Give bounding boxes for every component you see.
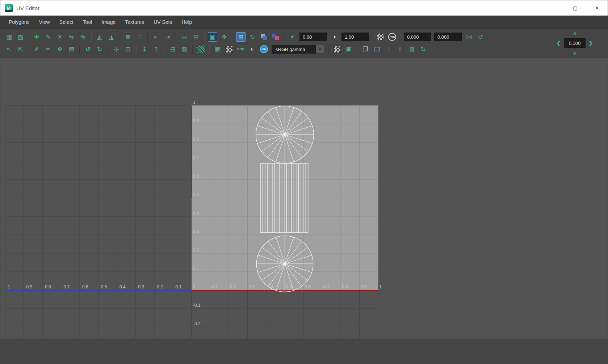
svg-text:-0.2: -0.2 bbox=[155, 284, 163, 289]
toolbar-separator bbox=[232, 32, 233, 42]
toolbar-separator bbox=[79, 45, 80, 54]
minimize-button[interactable]: ─ bbox=[542, 0, 564, 16]
svg-text:-0.9: -0.9 bbox=[25, 284, 33, 289]
checker-display-icon[interactable] bbox=[225, 45, 234, 54]
gamma-icon[interactable]: ◑ bbox=[330, 32, 339, 42]
maximize-button[interactable]: ▢ bbox=[564, 0, 586, 16]
uv-texture-checker-icon[interactable] bbox=[376, 32, 385, 42]
nudge-prev-button[interactable]: ❮ bbox=[557, 41, 561, 46]
rotate-ccw-icon[interactable]: ↺ bbox=[83, 45, 93, 54]
svg-text:-1: -1 bbox=[6, 284, 10, 289]
svg-text:-0.8: -0.8 bbox=[43, 284, 51, 289]
tiles-display-icon[interactable]: ▦ bbox=[213, 45, 222, 54]
toolbar-separator bbox=[209, 45, 210, 54]
pin-uvs-icon[interactable]: ❄ bbox=[55, 45, 64, 54]
rotate-cw-icon[interactable]: ↻ bbox=[95, 45, 104, 54]
menu-tool[interactable]: Tool bbox=[78, 16, 97, 29]
snap-move-icon[interactable]: ⊠ bbox=[407, 45, 416, 54]
snap-to-grid-icon[interactable]: ∷ bbox=[135, 32, 144, 42]
gamma-input[interactable] bbox=[341, 33, 369, 41]
uv-position-icon[interactable]: (0.0) bbox=[464, 32, 474, 42]
menu-select[interactable]: Select bbox=[55, 16, 78, 29]
flip-u-icon[interactable]: ◭ bbox=[95, 32, 104, 42]
svg-text:0.6: 0.6 bbox=[305, 284, 311, 289]
cycle-rotate-icon[interactable]: ↻ bbox=[419, 45, 428, 54]
snap-together-v-icon[interactable]: ⊠ bbox=[180, 45, 189, 54]
smudge-uv-tool-icon[interactable]: ✏ bbox=[43, 45, 53, 54]
menu-polygons[interactable]: Polygons bbox=[4, 16, 34, 29]
image-display-icon[interactable]: ▣ bbox=[208, 32, 217, 42]
paint-select-tool-icon[interactable]: ✐ bbox=[32, 45, 41, 54]
unstack-shells-icon[interactable]: ⊡ bbox=[123, 45, 133, 54]
align-min-v-icon[interactable]: ↧ bbox=[140, 45, 149, 54]
merge-uv-icon[interactable]: ⇆ bbox=[67, 32, 76, 42]
cut-uv-tool-icon[interactable]: ✎ bbox=[43, 32, 53, 42]
distribute-v-icon[interactable]: ⊞ bbox=[191, 32, 201, 42]
v-coordinate-input[interactable] bbox=[434, 33, 462, 41]
color-management-toggle[interactable]: ON bbox=[259, 45, 269, 54]
baked-texture-icon[interactable]: ▣ bbox=[344, 45, 353, 54]
frame-all-icon[interactable]: ✥ bbox=[219, 32, 229, 42]
copy-uvs-icon[interactable]: ❐ bbox=[361, 45, 370, 54]
svg-text:0.9: 0.9 bbox=[361, 284, 367, 289]
u-coordinate-input[interactable] bbox=[404, 33, 431, 41]
shade-uvs-icon[interactable] bbox=[259, 32, 269, 42]
psd-icon[interactable]: PSD bbox=[387, 32, 397, 42]
view-transform-select-value[interactable]: sRGB gamma bbox=[272, 45, 316, 54]
maya-logo-letter: M bbox=[7, 5, 11, 11]
align-max-u-icon[interactable]: ⇥ bbox=[163, 32, 172, 42]
stack-shells-icon[interactable]: ⊹ bbox=[112, 45, 121, 54]
menu-help[interactable]: Help bbox=[177, 16, 197, 29]
checker-tile-icon[interactable] bbox=[332, 45, 342, 54]
exposure-icon[interactable]: ✴ bbox=[288, 32, 297, 42]
svg-text:0.3: 0.3 bbox=[249, 284, 255, 289]
window-title: UV Editor bbox=[16, 5, 39, 11]
delete-uv-icon[interactable]: ✕ bbox=[55, 32, 64, 42]
align-max-v-icon[interactable]: ↥ bbox=[151, 45, 161, 54]
close-button[interactable]: ✕ bbox=[586, 0, 608, 16]
chevron-down-icon[interactable]: ▼ bbox=[316, 45, 324, 54]
psd-icon: PSD bbox=[388, 33, 396, 41]
rgb-channels-icon: RGB bbox=[237, 47, 244, 51]
svg-text:0.1: 0.1 bbox=[193, 266, 199, 271]
svg-text:-0.3: -0.3 bbox=[137, 284, 144, 289]
paste-v-icon[interactable]: ‖ bbox=[395, 45, 405, 54]
uv-canvas[interactable]: -1-0.9-0.8-0.7-0.6-0.5-0.4-0.3-0.2-0.100… bbox=[0, 58, 608, 339]
snap-together-u-icon[interactable]: ⊟ bbox=[168, 45, 177, 54]
uv-grid-view[interactable]: -1-0.9-0.8-0.7-0.6-0.5-0.4-0.3-0.2-0.100… bbox=[0, 58, 608, 341]
align-min-u-icon[interactable]: ⇤ bbox=[151, 32, 161, 42]
unfold-uvs-icon[interactable]: ▤ bbox=[67, 45, 76, 54]
svg-text:0.2: 0.2 bbox=[230, 284, 236, 289]
menu-view[interactable]: View bbox=[34, 16, 55, 29]
menu-uv-sets[interactable]: UV Sets bbox=[149, 16, 177, 29]
menu-image[interactable]: Image bbox=[97, 16, 120, 29]
reset-transform-icon[interactable]: ↺ bbox=[476, 32, 485, 42]
svg-text:0.1: 0.1 bbox=[211, 284, 218, 289]
distribute-u-icon[interactable]: ∺ bbox=[180, 32, 189, 42]
layout-uvs-icon[interactable]: ≣ bbox=[123, 32, 133, 42]
stitch-uv-icon[interactable]: ↹ bbox=[78, 32, 88, 42]
grid-display-icon[interactable]: ⊞ bbox=[236, 32, 246, 42]
view-transform-select[interactable]: sRGB gamma▼ bbox=[272, 45, 324, 54]
select-shell-tool-icon[interactable]: ⇱ bbox=[16, 45, 25, 54]
alpha-channel-icon[interactable]: ◐ bbox=[248, 45, 257, 54]
nudge-down-button[interactable]: ∨ bbox=[573, 51, 576, 55]
dim-image-icon[interactable] bbox=[196, 45, 206, 54]
distortion-display-icon bbox=[272, 33, 279, 41]
move-uv-shell-tool-icon[interactable]: ▧ bbox=[16, 32, 25, 42]
menu-textures[interactable]: Textures bbox=[120, 16, 149, 29]
paste-uvs-icon[interactable]: ❒ bbox=[372, 45, 382, 54]
move-tool-icon[interactable]: ✚ bbox=[32, 32, 41, 42]
exposure-input[interactable] bbox=[299, 33, 327, 41]
paste-u-icon[interactable]: ‖ bbox=[384, 45, 393, 54]
select-tool-icon[interactable]: ↖ bbox=[4, 45, 14, 54]
flip-v-icon[interactable]: ◮ bbox=[106, 32, 116, 42]
uv-lattice-tool-icon[interactable]: ▦ bbox=[4, 32, 14, 42]
nudge-step-input[interactable] bbox=[564, 38, 586, 48]
rgb-channels-icon[interactable]: RGB bbox=[236, 45, 246, 54]
nudge-next-button[interactable]: ❯ bbox=[589, 41, 593, 46]
distortion-display-icon[interactable] bbox=[271, 32, 280, 42]
nudge-up-button[interactable]: ∧ bbox=[573, 31, 576, 35]
toolbar-separator bbox=[328, 45, 329, 54]
pixel-snap-icon[interactable]: ↻ bbox=[248, 32, 257, 42]
